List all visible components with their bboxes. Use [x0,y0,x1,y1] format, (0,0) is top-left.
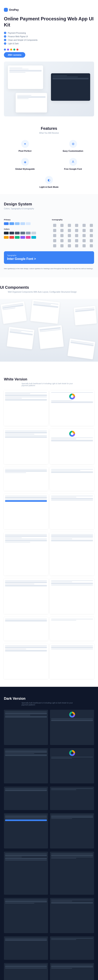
logo: OroPay [4,8,94,12]
dot [10,49,12,51]
features-grid: ✦Pixel Perfect ⚙Easy Customization ◈Glob… [4,140,94,188]
icon [90,239,93,242]
check-icon: ✓ [4,39,6,41]
component-card [74,306,96,325]
component-card [7,327,34,350]
dark-title: Dark Version [4,697,94,701]
component-card [30,299,60,324]
swatch [21,232,25,234]
screen [50,786,94,810]
colors-label: Colors [4,228,46,230]
components-subtitle: Well Organized Components With Auto Layo… [0,291,98,293]
icon [90,234,93,237]
icon [68,239,71,242]
icon [90,229,93,232]
icon [82,239,85,242]
donut-chart [69,431,75,437]
component-card [68,339,95,360]
logo-text: OroPay [9,8,19,11]
icon [68,234,71,237]
feature-box: AFree Google Font [52,158,94,170]
swatch [9,222,14,225]
hero-feature: ✓Finance Web Figma UI [4,35,94,38]
typo-label: Typography [7,255,91,256]
icon [53,239,56,242]
mode-icon: ◐ [45,176,53,184]
white-version-section: White Version Specially built Dashboard … [0,369,98,687]
components-title: UI Components [0,285,98,290]
feature-box: ◐Light & Dark Mode [4,176,94,188]
feature-box: ⚙Easy Customization [52,140,94,152]
screen [50,748,94,783]
dot [13,49,15,51]
swatch [15,222,20,225]
donut-chart [69,750,75,756]
screen [50,429,94,464]
swatch [15,236,20,239]
screen [4,852,48,895]
screen [4,494,48,529]
icon-grid [52,224,94,247]
hero-feature: ✓Payment Processing [4,32,94,34]
dot [4,49,6,51]
icon [82,229,85,232]
white-title: White Version [4,377,94,382]
icon [82,234,85,237]
icon [90,224,93,227]
screen [50,898,94,933]
mock-card [8,65,43,89]
white-subtitle: Specially built Dashboard UI including L… [22,383,76,387]
features-section: Features What You Will Receive ✦Pixel Pe… [0,120,98,194]
icon [53,224,56,227]
swatch [26,236,30,239]
icon [82,224,85,227]
screen [4,644,48,679]
icon [68,244,71,247]
swatch [26,232,30,234]
icon [60,244,63,247]
pixel-icon: ✦ [21,140,29,148]
typo-description: Inter typeface(s) in the main design, cu… [4,268,94,269]
screen [50,852,94,895]
dark-screens [4,710,94,980]
neutral-swatches [4,232,46,234]
icon [53,229,56,232]
swatch [9,236,14,239]
screen [50,710,94,745]
screen [50,644,94,679]
feature-box: ✦Pixel Perfect [4,140,46,152]
cta-button[interactable]: 250+ screens [4,52,25,57]
icon [68,224,71,227]
icon [60,224,63,227]
icon [53,234,56,237]
features-title: Features [4,126,94,131]
screen [4,813,48,848]
typography-banner: Typography Inter Google Font > [4,251,94,264]
colors-column: Primary Colors [4,216,46,247]
screen [4,429,48,464]
screen [50,617,94,641]
screen [50,390,94,426]
swatch [21,236,25,239]
check-icon: ✓ [4,32,6,34]
screen [4,617,48,641]
icons-column: Iconography [52,216,94,247]
icon [75,244,78,247]
icon [53,244,56,247]
check-icon: ✓ [4,42,6,45]
swatch [9,232,14,234]
screen [50,467,94,491]
components-section: UI Components Well Organized Components … [0,277,98,369]
primary-swatches [4,222,46,225]
icon [60,239,63,242]
screen [50,494,94,529]
mock-card-dark [51,73,90,101]
hero-preview [4,62,94,116]
dark-version-section: Dark Version Specially built Dashboard U… [0,687,98,980]
hero-title: Online Payment Processing Web App UI Kit [4,16,94,28]
accent-swatches [4,236,46,239]
screen [4,898,48,933]
design-title: Design System [4,202,94,207]
dark-subtitle: Specially built Dashboard UI including L… [22,702,76,706]
donut-chart [69,712,75,718]
